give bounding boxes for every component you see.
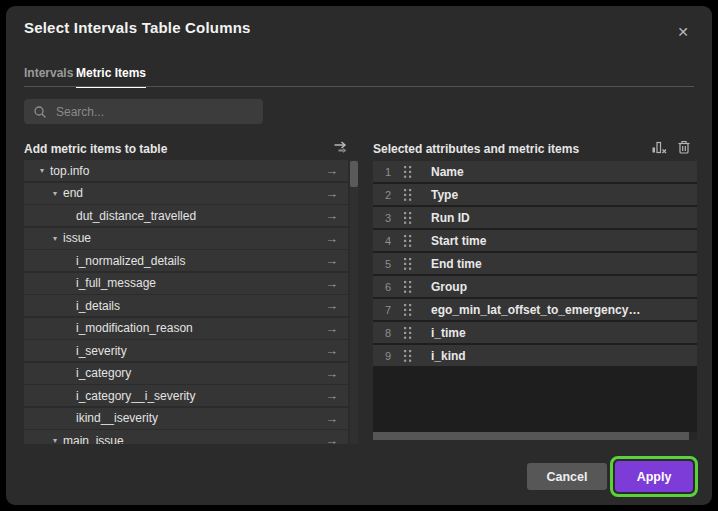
add-item-arrow-icon[interactable]: → (325, 340, 338, 361)
tree-item[interactable]: ▾main_issue→ (24, 430, 348, 444)
tree-item-label: i_full_message (76, 276, 156, 290)
selected-item-label: Run ID (431, 211, 470, 225)
selected-item-row[interactable]: 6Group (373, 276, 697, 297)
selected-item-label: End time (431, 257, 482, 271)
tree-item[interactable]: ▾top.info→ (24, 160, 348, 181)
close-icon[interactable]: ✕ (674, 23, 692, 41)
tree-item[interactable]: i_full_message→ (24, 273, 348, 294)
right-panel-header: Selected attributes and metric items (373, 142, 579, 156)
selected-hscrollbar-thumb[interactable] (373, 432, 689, 440)
selected-item-index: 4 (385, 235, 403, 247)
tabs-divider (24, 86, 694, 87)
tree-item[interactable]: dut_distance_travelled→ (24, 205, 348, 226)
selected-item-index: 5 (385, 258, 403, 270)
drag-handle-icon[interactable] (403, 165, 419, 179)
selected-item-index: 3 (385, 212, 403, 224)
add-item-arrow-icon[interactable]: → (325, 408, 338, 429)
metric-tree: ▾top.info→▾end→dut_distance_travelled→▾i… (24, 160, 348, 444)
selected-item-row[interactable]: 7ego_min_lat_offset_to_emergency… (373, 299, 697, 320)
tree-item[interactable]: i_severity→ (24, 340, 348, 361)
selected-item-index: 9 (385, 350, 403, 362)
tree-item[interactable]: i_category→ (24, 363, 348, 384)
add-item-arrow-icon[interactable]: → (325, 228, 338, 249)
add-item-arrow-icon[interactable]: → (325, 273, 338, 294)
drag-handle-icon[interactable] (403, 326, 419, 340)
tree-item[interactable]: i_details→ (24, 295, 348, 316)
move-all-right-icon[interactable] (332, 139, 349, 156)
search-box[interactable] (24, 99, 263, 124)
tree-item-label: i_modification_reason (76, 321, 193, 335)
selected-item-index: 1 (385, 166, 403, 178)
add-item-arrow-icon[interactable]: → (325, 295, 338, 316)
selected-item-row[interactable]: 9i_kind (373, 345, 697, 366)
tree-item-label: main_issue (63, 434, 124, 445)
tree-scrollbar-thumb[interactable] (350, 161, 358, 187)
tree-item[interactable]: ▾issue→ (24, 228, 348, 249)
drag-handle-icon[interactable] (403, 303, 419, 317)
apply-highlight-annotation: Apply (610, 456, 698, 497)
add-item-arrow-icon[interactable]: → (325, 430, 338, 444)
search-input[interactable] (54, 104, 254, 120)
clear-all-trash-icon[interactable] (676, 139, 693, 156)
tree-item[interactable]: i_normalized_details→ (24, 250, 348, 271)
selected-item-label: i_time (431, 326, 466, 340)
add-item-arrow-icon[interactable]: → (325, 363, 338, 384)
add-item-arrow-icon[interactable]: → (325, 183, 338, 204)
tree-item-label: i_severity (76, 344, 127, 358)
tree-item[interactable]: ikind__iseverity→ (24, 408, 348, 429)
add-item-arrow-icon[interactable]: → (325, 205, 338, 226)
selected-item-index: 7 (385, 304, 403, 316)
tree-item-label: i_category__i_severity (76, 389, 195, 403)
selected-item-label: Start time (431, 234, 486, 248)
selected-item-row[interactable]: 3Run ID (373, 207, 697, 228)
tree-item-label: i_details (76, 299, 120, 313)
selected-item-row[interactable]: 4Start time (373, 230, 697, 251)
drag-handle-icon[interactable] (403, 280, 419, 294)
caret-down-icon[interactable]: ▾ (47, 234, 63, 243)
selected-list: 1Name2Type3Run ID4Start time5End time6Gr… (373, 161, 697, 440)
dialog-title: Select Intervals Table Columns (24, 19, 251, 36)
drag-handle-icon[interactable] (403, 257, 419, 271)
selected-item-row[interactable]: 5End time (373, 253, 697, 274)
tree-item-label: i_normalized_details (76, 254, 185, 268)
tree-item-label: dut_distance_travelled (76, 209, 196, 223)
selected-item-label: ego_min_lat_offset_to_emergency… (431, 303, 640, 317)
selected-item-label: Group (431, 280, 467, 294)
tree-item[interactable]: i_category__i_severity→ (24, 385, 348, 406)
selected-item-row[interactable]: 8i_time (373, 322, 697, 343)
tab-intervals[interactable]: Intervals (24, 66, 73, 86)
drag-handle-icon[interactable] (403, 211, 419, 225)
select-columns-dialog: Select Intervals Table Columns ✕ Interva… (6, 6, 712, 505)
selected-item-label: i_kind (431, 349, 466, 363)
selected-hscrollbar (373, 432, 697, 440)
cancel-button[interactable]: Cancel (527, 463, 607, 490)
left-panel-header: Add metric items to table (24, 142, 167, 156)
add-item-arrow-icon[interactable]: → (325, 318, 338, 339)
tree-item-label: i_category (76, 366, 131, 380)
tree-item-label: end (63, 186, 83, 200)
selected-item-index: 6 (385, 281, 403, 293)
drag-handle-icon[interactable] (403, 188, 419, 202)
apply-button[interactable]: Apply (615, 461, 693, 492)
selected-item-index: 8 (385, 327, 403, 339)
caret-down-icon[interactable]: ▾ (34, 166, 50, 175)
caret-down-icon[interactable]: ▾ (47, 436, 63, 444)
selected-item-index: 2 (385, 189, 403, 201)
caret-down-icon[interactable]: ▾ (47, 189, 63, 198)
tree-item-label: top.info (50, 164, 89, 178)
selected-item-label: Name (431, 165, 464, 179)
drag-handle-icon[interactable] (403, 349, 419, 363)
add-item-arrow-icon[interactable]: → (325, 160, 338, 181)
selected-item-row[interactable]: 2Type (373, 184, 697, 205)
tree-item-label: issue (63, 231, 91, 245)
add-item-arrow-icon[interactable]: → (325, 250, 338, 271)
remove-metric-items-icon[interactable] (651, 139, 668, 156)
search-icon (33, 105, 47, 119)
add-item-arrow-icon[interactable]: → (325, 385, 338, 406)
tree-item[interactable]: i_modification_reason→ (24, 318, 348, 339)
selected-item-label: Type (431, 188, 458, 202)
tree-item[interactable]: ▾end→ (24, 183, 348, 204)
selected-item-row[interactable]: 1Name (373, 161, 697, 182)
drag-handle-icon[interactable] (403, 234, 419, 248)
tab-metric-items[interactable]: Metric Items (76, 66, 146, 88)
